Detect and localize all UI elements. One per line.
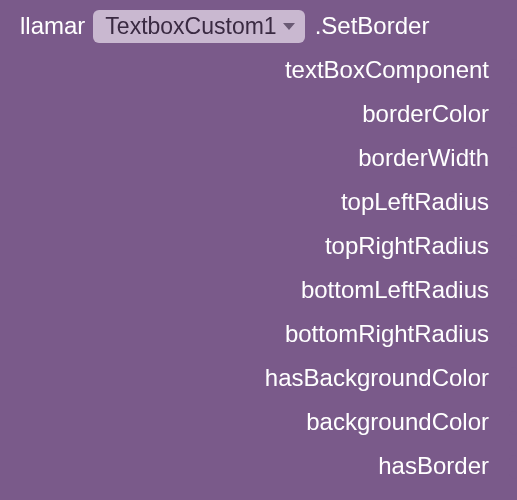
param-row: hasBorder (20, 444, 493, 488)
param-row: bottomLeftRadius (20, 268, 493, 312)
param-row: borderColor (20, 92, 493, 136)
param-label: borderWidth (358, 144, 493, 172)
socket-bump-icon (509, 454, 517, 479)
socket-bump-icon (509, 58, 517, 83)
param-label: bottomLeftRadius (301, 276, 493, 304)
param-label: topRightRadius (325, 232, 493, 260)
param-label: topLeftRadius (341, 188, 493, 216)
socket-bump-icon (509, 278, 517, 303)
param-label: backgroundColor (306, 408, 493, 436)
socket-bump-icon (509, 234, 517, 259)
chevron-down-icon (283, 23, 295, 30)
socket-bump-icon (509, 322, 517, 347)
block-header: llamar TextboxCustom1 .SetBorder (20, 8, 493, 44)
param-row: textBoxComponent (20, 48, 493, 92)
component-dropdown-label: TextboxCustom1 (105, 13, 276, 40)
param-row: topRightRadius (20, 224, 493, 268)
param-label: hasBorder (378, 452, 493, 480)
param-row: backgroundColor (20, 400, 493, 444)
param-row: bottomRightRadius (20, 312, 493, 356)
param-row: borderWidth (20, 136, 493, 180)
param-label: hasBackgroundColor (265, 364, 493, 392)
method-name-label: .SetBorder (315, 12, 430, 40)
socket-bump-icon (509, 410, 517, 435)
call-keyword: llamar (20, 12, 85, 40)
param-label: bottomRightRadius (285, 320, 493, 348)
block-right-edge (509, 0, 517, 500)
socket-bump-icon (509, 146, 517, 171)
parameter-list: textBoxComponent borderColor borderWidth… (20, 48, 493, 488)
param-label: textBoxComponent (285, 56, 493, 84)
method-call-block[interactable]: llamar TextboxCustom1 .SetBorder textBox… (0, 0, 517, 500)
param-row: topLeftRadius (20, 180, 493, 224)
param-row: hasBackgroundColor (20, 356, 493, 400)
socket-bump-icon (509, 102, 517, 127)
socket-bump-icon (509, 366, 517, 391)
component-dropdown[interactable]: TextboxCustom1 (93, 10, 304, 43)
socket-bump-icon (509, 190, 517, 215)
param-label: borderColor (362, 100, 493, 128)
